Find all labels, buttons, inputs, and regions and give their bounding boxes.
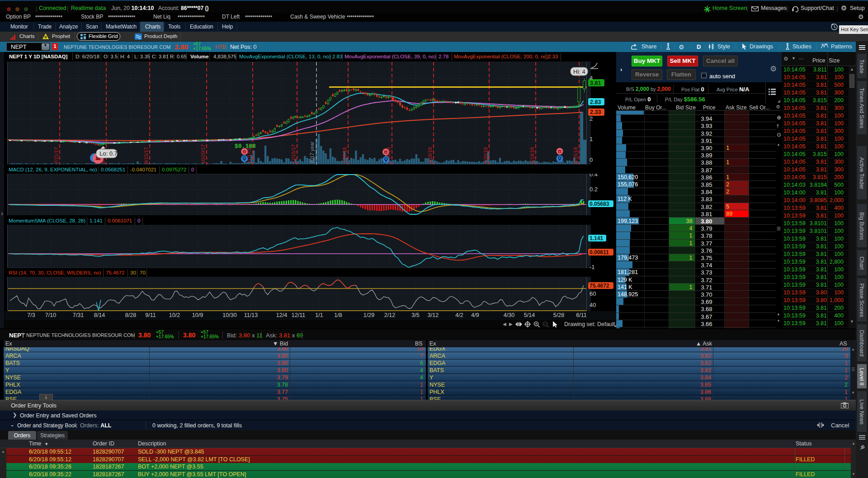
svg-text:Lo: 0.7: Lo: 0.7	[99, 150, 118, 157]
svg-text:60: 60	[590, 290, 596, 297]
svg-text:10/20/17: 10/20/17	[200, 144, 206, 164]
svg-text:2017 year: 2017 year	[309, 142, 315, 164]
svg-text:2.83: 2.83	[590, 99, 601, 105]
svg-text:Hi: 4: Hi: 4	[573, 68, 585, 75]
svg-text:75.4672: 75.4672	[590, 283, 609, 289]
svg-text:12/15/17: 12/15/17	[291, 144, 296, 164]
svg-text:1.141: 1.141	[590, 235, 603, 241]
svg-text:3.81: 3.81	[590, 80, 601, 86]
svg-text:2.33: 2.33	[590, 109, 601, 115]
svg-text:1/19/18: 1/19/18	[342, 147, 347, 164]
svg-text:0.4: 0.4	[590, 174, 598, 178]
svg-text:3/16/18: 3/16/18	[427, 147, 433, 164]
svg-text:1: 1	[590, 136, 593, 142]
svg-text:-1: -1	[590, 264, 595, 270]
svg-text:5/18/18: 5/18/18	[529, 147, 535, 164]
svg-text:2: 2	[590, 115, 593, 122]
svg-text:0: 0	[590, 156, 593, 163]
svg-text:4/20/18: 4/20/18	[483, 147, 488, 164]
svg-text:9/15/17: 9/15/17	[143, 147, 149, 164]
svg-text:0.2: 0.2	[590, 186, 598, 193]
svg-text:$0.188: $0.188	[235, 143, 256, 150]
svg-text:40: 40	[590, 302, 596, 308]
svg-text:0.05683: 0.05683	[590, 201, 609, 207]
svg-text:6/15/18: 6/15/18	[573, 147, 578, 164]
svg-text:0.00611: 0.00611	[590, 249, 609, 256]
svg-text:7/21/17: 7/21/17	[53, 147, 59, 164]
